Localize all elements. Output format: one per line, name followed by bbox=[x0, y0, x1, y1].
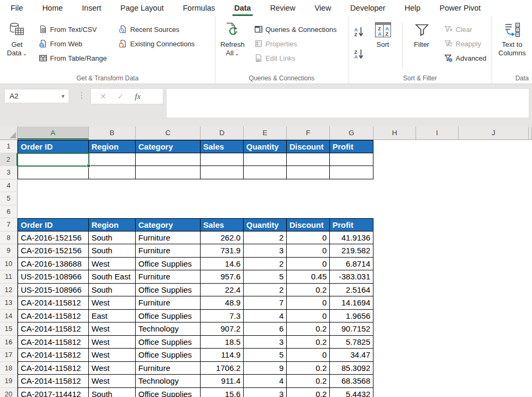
cell-G16[interactable]: 5.7825 bbox=[330, 336, 373, 349]
cell-G10[interactable]: 6.8714 bbox=[330, 258, 373, 271]
row-header-12[interactable]: 12 bbox=[0, 284, 18, 297]
cell-F13[interactable]: 0 bbox=[287, 296, 330, 310]
cell-A1[interactable]: Order ID bbox=[18, 140, 89, 153]
cell-B18[interactable]: West bbox=[89, 362, 136, 375]
cell-G20[interactable]: 5.4432 bbox=[330, 388, 373, 397]
tab-developer[interactable]: Developer bbox=[350, 0, 385, 16]
cell-D14[interactable]: 7.3 bbox=[201, 310, 244, 323]
cell-C12[interactable]: Office Supplies bbox=[136, 284, 201, 297]
formula-bar-drag-handle[interactable]: ⋮ bbox=[78, 90, 86, 100]
cell-C15[interactable]: Technology bbox=[136, 322, 201, 336]
cell-D18[interactable]: 1706.2 bbox=[201, 362, 244, 375]
cell-G7[interactable]: Profit bbox=[330, 218, 373, 231]
row-header-10[interactable]: 10 bbox=[0, 258, 18, 271]
cell-F20[interactable]: 0.2 bbox=[287, 388, 330, 397]
cell-C18[interactable]: Furniture bbox=[136, 362, 201, 375]
cell-G9[interactable]: 219.582 bbox=[330, 244, 373, 258]
reapply-filter-button[interactable]: Reapply bbox=[442, 37, 489, 50]
existing-connections-button[interactable]: Existing Connections bbox=[117, 37, 197, 50]
get-data-button[interactable]: GetData⌄ bbox=[2, 20, 32, 71]
from-table-range-button[interactable]: From Table/Range bbox=[36, 52, 109, 64]
tab-insert[interactable]: Insert bbox=[82, 0, 101, 16]
col-header-B[interactable]: B bbox=[89, 127, 136, 139]
cell-B17[interactable]: West bbox=[89, 349, 136, 362]
cell-G2[interactable] bbox=[330, 153, 373, 167]
cell-F14[interactable]: 0 bbox=[287, 310, 330, 323]
cell-A7[interactable]: Order ID bbox=[18, 218, 89, 231]
tab-review[interactable]: Review bbox=[270, 0, 296, 16]
cell-G17[interactable]: 34.47 bbox=[330, 349, 373, 362]
col-header-H[interactable]: H bbox=[373, 127, 416, 139]
cell-A2[interactable] bbox=[18, 153, 89, 167]
cell-A17[interactable]: CA-2014-115812 bbox=[18, 349, 89, 362]
row-header-18[interactable]: 18 bbox=[0, 362, 18, 375]
tab-power-pivot[interactable]: Power Pivot bbox=[439, 0, 480, 16]
cell-D7[interactable]: Sales bbox=[201, 218, 244, 231]
row-header-8[interactable]: 8 bbox=[0, 231, 18, 245]
cell-F8[interactable]: 0 bbox=[287, 231, 330, 245]
row-header-19[interactable]: 19 bbox=[0, 375, 18, 388]
cell-E14[interactable]: 4 bbox=[244, 310, 287, 323]
clear-filter-button[interactable]: Clear bbox=[442, 23, 489, 36]
row-header-11[interactable]: 11 bbox=[0, 270, 18, 284]
advanced-filter-button[interactable]: Advanced bbox=[442, 52, 489, 64]
cell-C1[interactable]: Category bbox=[136, 140, 201, 153]
cell-C14[interactable]: Office Supplies bbox=[136, 310, 201, 323]
cell-B16[interactable]: West bbox=[89, 336, 136, 349]
select-all-button[interactable] bbox=[0, 127, 18, 139]
cell-E19[interactable]: 4 bbox=[244, 375, 287, 388]
cell-B20[interactable]: South bbox=[89, 388, 136, 397]
cell-D9[interactable]: 731.9 bbox=[201, 244, 244, 258]
cell-E1[interactable]: Quantity bbox=[244, 140, 287, 153]
cell-G12[interactable]: 2.5164 bbox=[330, 284, 373, 297]
cell-C2[interactable] bbox=[136, 153, 201, 167]
tab-home[interactable]: Home bbox=[42, 0, 63, 16]
cell-F1[interactable]: Discount bbox=[287, 140, 330, 153]
cell-E20[interactable]: 3 bbox=[244, 388, 287, 397]
cell-E7[interactable]: Quantity bbox=[244, 218, 287, 231]
from-web-button[interactable]: From Web bbox=[36, 37, 109, 50]
col-header-E[interactable]: E bbox=[244, 127, 287, 139]
row-header-15[interactable]: 15 bbox=[0, 322, 18, 336]
cell-A12[interactable]: US-2015-108966 bbox=[18, 284, 89, 297]
cell-A11[interactable]: US-2015-108966 bbox=[18, 270, 89, 284]
cell-B8[interactable]: South bbox=[89, 231, 136, 245]
cell-A8[interactable]: CA-2016-152156 bbox=[18, 231, 89, 245]
sort-ascending-button[interactable]: AZ bbox=[353, 24, 365, 40]
cell-B12[interactable]: South bbox=[89, 284, 136, 297]
cell-E16[interactable]: 3 bbox=[244, 336, 287, 349]
cell-B19[interactable]: West bbox=[89, 375, 136, 388]
col-header-C[interactable]: C bbox=[136, 127, 201, 139]
row-header-7[interactable]: 7 bbox=[0, 218, 18, 231]
cell-D2[interactable] bbox=[201, 153, 244, 167]
cell-D12[interactable]: 22.4 bbox=[201, 284, 244, 297]
cell-C17[interactable]: Office Supplies bbox=[136, 349, 201, 362]
cell-B14[interactable]: East bbox=[89, 310, 136, 323]
properties-button[interactable]: Properties bbox=[252, 37, 339, 50]
tab-view[interactable]: View bbox=[314, 0, 331, 16]
tab-file[interactable]: File bbox=[11, 0, 23, 16]
cancel-icon[interactable]: ✕ bbox=[100, 92, 106, 101]
cell-D15[interactable]: 907.2 bbox=[201, 322, 244, 336]
cell-D10[interactable]: 14.6 bbox=[201, 258, 244, 271]
cell-B13[interactable]: West bbox=[89, 296, 136, 310]
cell-E11[interactable]: 5 bbox=[244, 270, 287, 284]
chevron-down-icon[interactable]: ▼ bbox=[61, 94, 65, 99]
tab-help[interactable]: Help bbox=[404, 0, 420, 16]
cell-F10[interactable]: 0 bbox=[287, 258, 330, 271]
cell-C3[interactable] bbox=[136, 166, 201, 179]
cell-F15[interactable]: 0.2 bbox=[287, 322, 330, 336]
cell-F2[interactable] bbox=[287, 153, 330, 167]
row-header-14[interactable]: 14 bbox=[0, 310, 18, 323]
cell-D19[interactable]: 911.4 bbox=[201, 375, 244, 388]
cell-D8[interactable]: 262.0 bbox=[201, 231, 244, 245]
insert-function-icon[interactable]: fx bbox=[135, 92, 140, 101]
cell-F9[interactable]: 0 bbox=[287, 244, 330, 258]
cell-E9[interactable]: 3 bbox=[244, 244, 287, 258]
cell-A19[interactable]: CA-2014-115812 bbox=[18, 375, 89, 388]
cell-F12[interactable]: 0.2 bbox=[287, 284, 330, 297]
row-header-9[interactable]: 9 bbox=[0, 244, 18, 258]
cell-D17[interactable]: 114.9 bbox=[201, 349, 244, 362]
cell-G13[interactable]: 14.1694 bbox=[330, 296, 373, 310]
tab-formulas[interactable]: Formulas bbox=[183, 0, 215, 16]
